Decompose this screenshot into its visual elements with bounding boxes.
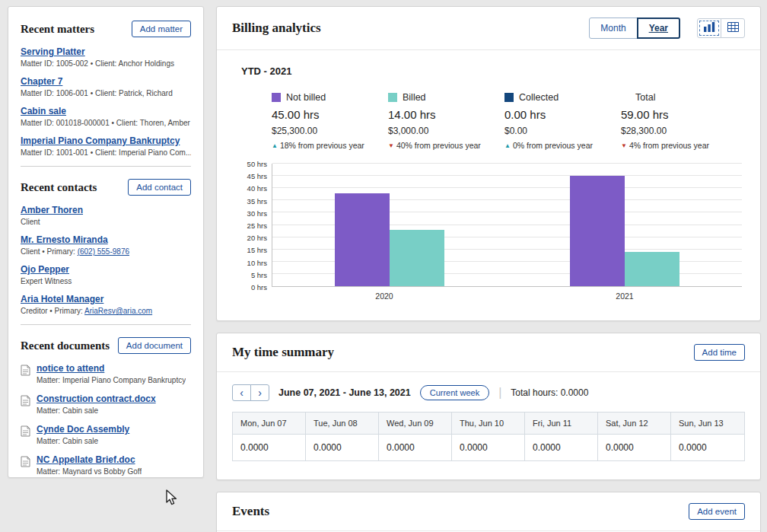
legend-swatch-billed (388, 93, 397, 102)
table-header-cell: Mon, Jun 07 (233, 413, 306, 435)
week-pager: ‹ › (232, 384, 269, 401)
bar-not-billed-2021 (570, 176, 625, 286)
matter-link[interactable]: Chapter 7 (21, 76, 62, 87)
stat-delta-text: 18% from previous year (280, 141, 364, 150)
stat-delta-text: 0% from previous year (513, 141, 593, 150)
current-week-badge[interactable]: Current week (420, 385, 489, 400)
billing-analytics-card: Billing analytics Month Year (216, 6, 761, 321)
contact-item: Aria Hotel Manager Creditor • Primary: A… (21, 294, 191, 315)
month-toggle-button[interactable]: Month (589, 18, 637, 39)
bar-group-2020 (272, 164, 508, 286)
document-file-icon (21, 395, 30, 409)
time-summary-card: My time summary Add time ‹ › June 07, 20… (216, 333, 761, 480)
stat-hours: 59.00 hrs (621, 108, 737, 121)
stat-amount: $28,300.00 (621, 126, 737, 136)
table-value-cell: 0.0000 (306, 435, 379, 460)
stat-delta: ▼4% from previous year (621, 141, 737, 150)
document-link[interactable]: NC Appellate Brief.doc (37, 454, 135, 465)
events-card: Events Add event (216, 492, 761, 532)
period-toggle: Month Year (589, 18, 680, 39)
chart-y-axis: 0 hrs5 hrs10 hrs15 hrs20 hrs25 hrs30 hrs… (240, 164, 272, 287)
contact-link[interactable]: Mr. Ernesto Miranda (21, 234, 108, 245)
section-divider (21, 324, 191, 325)
stat-delta-text: 4% from previous year (629, 141, 709, 150)
stat-amount: $0.00 (504, 126, 621, 136)
document-item: NC Appellate Brief.doc Matter: Maynard v… (21, 454, 191, 476)
y-tick-label: 45 hrs (247, 172, 267, 180)
recent-documents-section: Recent documents Add document notice to … (21, 337, 191, 476)
document-link[interactable]: Cynde Doc Assembly (37, 424, 129, 435)
document-item: Construction contract.docx Matter: Cabin… (21, 393, 191, 415)
stat-hours: 0.00 hrs (504, 108, 621, 121)
y-tick-label: 10 hrs (247, 258, 267, 266)
contact-primary-link[interactable]: AriaResv@aria.com (84, 307, 152, 315)
next-week-button[interactable]: › (250, 384, 269, 401)
add-event-button[interactable]: Add event (689, 503, 745, 520)
matter-link[interactable]: Cabin sale (21, 106, 66, 116)
add-matter-button[interactable]: Add matter (132, 21, 191, 37)
recent-contacts-title: Recent contacts (21, 181, 97, 194)
events-title: Events (232, 504, 269, 519)
matter-link[interactable]: Serving Platter (21, 46, 85, 57)
matter-item: Chapter 7 Matter ID: 1006-001 • Client: … (21, 76, 191, 97)
x-tick-label: 2021 (504, 291, 745, 301)
recent-matters-section: Recent matters Add matter Serving Platte… (21, 21, 191, 157)
table-value-cell: 0.0000 (379, 435, 452, 460)
contact-link[interactable]: Aria Hotel Manager (21, 294, 103, 304)
vertical-separator: | (498, 386, 501, 400)
time-summary-table: Mon, Jun 07 Tue, Jun 08 Wed, Jun 09 Thu,… (232, 412, 745, 461)
add-time-button[interactable]: Add time (694, 344, 745, 361)
table-value-cell: 0.0000 (671, 435, 744, 460)
matter-meta: Matter ID: 1001-001 • Client: Imperial P… (21, 148, 191, 157)
y-tick-label: 50 hrs (247, 160, 267, 168)
contact-item: Mr. Ernesto Miranda Client • Primary: (6… (21, 234, 191, 256)
stat-hours: 14.00 hrs (388, 108, 504, 121)
add-document-button[interactable]: Add document (118, 337, 191, 354)
table-header-cell: Thu, Jun 10 (452, 413, 525, 435)
y-tick-label: 15 hrs (247, 246, 267, 254)
previous-week-button[interactable]: ‹ (232, 384, 251, 401)
chart-view-button[interactable] (697, 18, 721, 38)
stat-billed: Billed 14.00 hrs $3,000.00 ▼40% from pre… (388, 92, 504, 150)
document-meta: Matter: Cabin sale (37, 406, 156, 415)
time-summary-controls: ‹ › June 07, 2021 - June 13, 2021 Curren… (217, 372, 760, 412)
y-tick-label: 5 hrs (251, 270, 267, 279)
contact-role: Client (21, 218, 40, 226)
x-tick-label: 2020 (264, 291, 504, 301)
bar-billed-2020 (390, 230, 444, 286)
matter-item: Serving Platter Matter ID: 1005-002 • Cl… (21, 46, 191, 68)
view-switcher (697, 18, 745, 38)
table-value-cell: 0.0000 (452, 435, 525, 460)
matter-item: Imperial Piano Company Bankruptcy Matter… (21, 135, 191, 157)
chart-period-label: YTD - 2021 (241, 65, 745, 77)
stat-delta: ▲0% from previous year (504, 141, 621, 150)
table-grid-icon (727, 22, 739, 34)
year-toggle-button[interactable]: Year (637, 18, 680, 39)
table-header-cell: Tue, Jun 08 (306, 413, 379, 435)
billing-stats: Not billed 45.00 hrs $25,300.00 ▲18% fro… (272, 92, 737, 150)
trend-up-icon: ▲ (504, 142, 511, 149)
contact-primary-link[interactable]: (602) 555-9876 (78, 247, 129, 256)
table-view-button[interactable] (721, 18, 745, 38)
contact-meta: Expert Witness (21, 277, 191, 285)
bar-chart-icon (704, 22, 715, 34)
add-contact-button[interactable]: Add contact (128, 179, 191, 196)
stat-delta-text: 40% from previous year (396, 141, 481, 150)
chevron-left-icon: ‹ (240, 387, 243, 398)
contact-link[interactable]: Ojo Pepper (21, 264, 69, 275)
document-link[interactable]: notice to attend (37, 363, 104, 374)
stat-label: Billed (403, 92, 426, 103)
contact-link[interactable]: Amber Thoren (21, 205, 83, 215)
chart-x-axis: 20202021 (264, 287, 745, 301)
bar-group-2021 (508, 164, 743, 286)
legend-swatch-collected (504, 93, 514, 102)
document-file-icon (21, 365, 30, 378)
table-header-cell: Sun, Jun 13 (671, 413, 744, 435)
contact-item: Ojo Pepper Expert Witness (21, 264, 191, 285)
matter-link[interactable]: Imperial Piano Company Bankruptcy (21, 135, 180, 146)
document-file-icon (21, 456, 30, 470)
matter-meta: Matter ID: 001018-000001 • Client: Thore… (21, 119, 191, 127)
stat-delta: ▼40% from previous year (388, 141, 504, 150)
document-link[interactable]: Construction contract.docx (37, 393, 156, 404)
date-range-label: June 07, 2021 - June 13, 2021 (278, 387, 411, 398)
